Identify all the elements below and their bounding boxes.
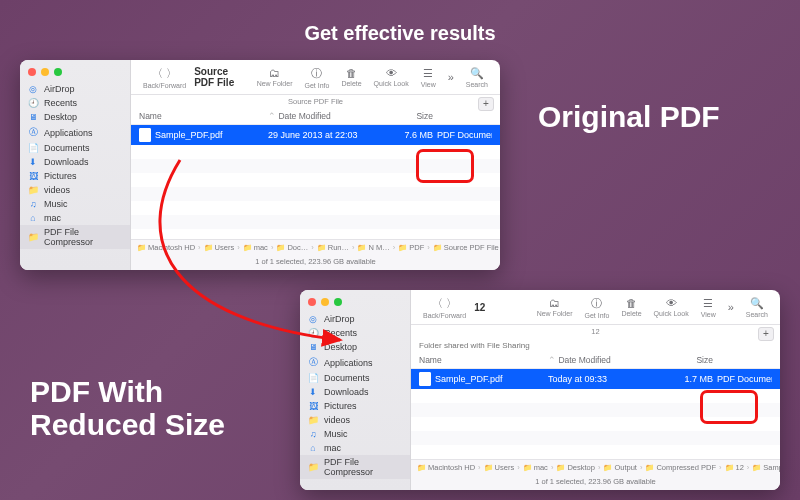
window-controls[interactable] (20, 60, 130, 82)
close-icon[interactable] (308, 298, 316, 306)
sidebar-item-videos[interactable]: 📁videos (20, 183, 130, 197)
sidebar-item-label: videos (44, 185, 70, 195)
back-forward-button[interactable]: 〈 〉 Back/Forward (419, 296, 470, 319)
sidebar-item-recents[interactable]: 🕘Recents (20, 96, 130, 110)
view-button[interactable]: ☰View (697, 297, 720, 318)
column-headers[interactable]: Name ⌃ Date Modified Size (411, 352, 780, 369)
path-segment[interactable]: 📁Users (204, 243, 235, 252)
window-controls[interactable] (300, 290, 410, 312)
add-button[interactable]: + (478, 97, 494, 111)
chevron-right-icon: › (271, 243, 274, 252)
delete-button[interactable]: 🗑Delete (337, 67, 365, 87)
quick-look-button[interactable]: 👁Quick Look (370, 67, 413, 87)
column-headers[interactable]: Name ⌃ Date Modified Size (131, 108, 500, 125)
get-info-button[interactable]: ⓘGet Info (580, 296, 613, 319)
sidebar-item-icon: 🖼 (28, 171, 38, 181)
chevron-right-icon: › (719, 463, 722, 472)
path-segment[interactable]: 📁Sample_PDF.pdf (752, 463, 780, 472)
get-info-button[interactable]: ⓘGet Info (300, 66, 333, 89)
new-folder-button[interactable]: 🗂New Folder (533, 297, 577, 317)
chevron-right-icon: › (747, 463, 750, 472)
sidebar-item-icon: 📄 (308, 373, 318, 383)
sidebar-item-pdf-file-compressor[interactable]: 📁PDF File Compressor (20, 225, 130, 249)
sidebar-item-pdf-file-compressor[interactable]: 📁PDF File Compressor (300, 455, 410, 479)
sidebar-item-airdrop[interactable]: ◎AirDrop (20, 82, 130, 96)
sidebar-item-music[interactable]: ♫Music (300, 427, 410, 441)
sidebar-item-desktop[interactable]: 🖥Desktop (300, 340, 410, 354)
minimize-icon[interactable] (41, 68, 49, 76)
path-segment[interactable]: 📁Macintosh HD (417, 463, 475, 472)
sidebar-item-mac[interactable]: ⌂mac (300, 441, 410, 455)
path-segment[interactable]: 📁Output (603, 463, 637, 472)
search-button[interactable]: 🔍Search (462, 67, 492, 88)
close-icon[interactable] (28, 68, 36, 76)
path-segment[interactable]: 📁Doc… (276, 243, 308, 252)
quick-look-button[interactable]: 👁Quick Look (650, 297, 693, 317)
delete-button[interactable]: 🗑Delete (617, 297, 645, 317)
file-list-area[interactable] (411, 389, 780, 459)
sidebar-item-applications[interactable]: ⒶApplications (300, 354, 410, 371)
path-segment[interactable]: 📁mac (523, 463, 548, 472)
zoom-icon[interactable] (54, 68, 62, 76)
sidebar-item-applications[interactable]: ⒶApplications (20, 124, 130, 141)
sidebar-item-music[interactable]: ♫Music (20, 197, 130, 211)
minimize-icon[interactable] (321, 298, 329, 306)
col-date: ⌃ Date Modified (548, 355, 658, 365)
sidebar-item-icon: ⌂ (308, 443, 318, 453)
view-button[interactable]: ☰View (417, 67, 440, 88)
more-button[interactable]: » (724, 301, 738, 314)
sidebar-item-label: mac (324, 443, 341, 453)
path-bar[interactable]: 📁Macintosh HD›📁Users›📁mac›📁Desktop›📁Outp… (411, 459, 780, 475)
path-segment[interactable]: 📁Users (484, 463, 515, 472)
sidebar-item-mac[interactable]: ⌂mac (20, 211, 130, 225)
col-name[interactable]: Name (139, 111, 268, 121)
path-segment[interactable]: 📁Run… (317, 243, 349, 252)
col-date: ⌃ Date Modified (268, 111, 378, 121)
file-list-area[interactable] (131, 145, 500, 239)
chevron-right-icon: › (517, 463, 520, 472)
add-button[interactable]: + (758, 327, 774, 341)
path-segment[interactable]: 📁mac (243, 243, 268, 252)
sidebar-item-airdrop[interactable]: ◎AirDrop (300, 312, 410, 326)
sidebar-item-recents[interactable]: 🕘Recents (300, 326, 410, 340)
col-size[interactable]: Size (378, 111, 433, 121)
search-button[interactable]: 🔍Search (742, 297, 772, 318)
status-bar: 1 of 1 selected, 223.96 GB available (411, 475, 780, 490)
path-segment[interactable]: 📁Macintosh HD (137, 243, 195, 252)
sidebar-item-downloads[interactable]: ⬇︎Downloads (20, 155, 130, 169)
back-forward-button[interactable]: 〈 〉 Back/Forward (139, 66, 190, 89)
sidebar-item-desktop[interactable]: 🖥Desktop (20, 110, 130, 124)
sidebar-item-label: videos (324, 415, 350, 425)
file-size-original: 7.6 MB (378, 130, 433, 140)
sidebar-item-icon: 📁 (28, 185, 38, 195)
sidebar-item-label: Applications (324, 358, 373, 368)
sidebar-item-pictures[interactable]: 🖼Pictures (300, 399, 410, 413)
path-segment[interactable]: 📁PDF (398, 243, 424, 252)
sidebar-item-label: Music (44, 199, 68, 209)
path-segment[interactable]: 📁N M… (357, 243, 389, 252)
chevron-right-icon: › (237, 243, 240, 252)
chevron-right-icon: › (478, 463, 481, 472)
path-segment[interactable]: 📁Compressed PDF (645, 463, 716, 472)
zoom-icon[interactable] (334, 298, 342, 306)
sidebar-item-label: Music (324, 429, 348, 439)
path-segment[interactable]: 📁Source PDF File (433, 243, 499, 252)
path-segment[interactable]: 📁12 (725, 463, 744, 472)
path-segment[interactable]: 📁Desktop (556, 463, 595, 472)
col-size[interactable]: Size (658, 355, 713, 365)
more-button[interactable]: » (444, 71, 458, 84)
table-row[interactable]: Sample_PDF.pdf 29 June 2013 at 22:03 7.6… (131, 125, 500, 145)
sidebar-item-videos[interactable]: 📁videos (300, 413, 410, 427)
new-folder-button[interactable]: 🗂New Folder (253, 67, 297, 87)
sidebar-item-icon: ⬇︎ (28, 157, 38, 167)
sidebar-item-documents[interactable]: 📄Documents (20, 141, 130, 155)
sidebar-item-icon: 🖥 (28, 112, 38, 122)
window-title: 12 (474, 302, 528, 313)
sidebar-item-downloads[interactable]: ⬇︎Downloads (300, 385, 410, 399)
sidebar-item-pictures[interactable]: 🖼Pictures (20, 169, 130, 183)
path-bar[interactable]: 📁Macintosh HD›📁Users›📁mac›📁Doc…›📁Run…›📁N… (131, 239, 500, 255)
table-row[interactable]: Sample_PDF.pdf Today at 09:33 1.7 MB PDF… (411, 369, 780, 389)
sidebar-item-label: Pictures (44, 171, 77, 181)
col-name[interactable]: Name (419, 355, 548, 365)
sidebar-item-documents[interactable]: 📄Documents (300, 371, 410, 385)
